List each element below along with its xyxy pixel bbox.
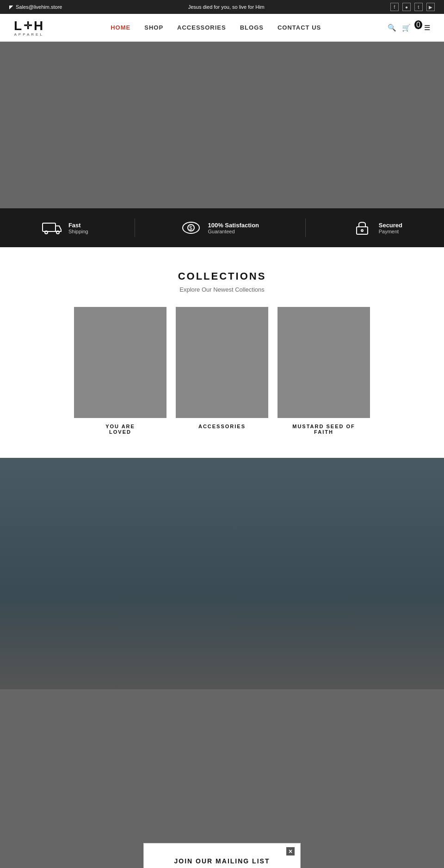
collection-item-1[interactable]: YOU ARELOVED (74, 307, 166, 435)
mailing-title: JOIN OUR MAILING LIST (162, 857, 282, 865)
nav-blogs[interactable]: BLOGS (240, 24, 264, 31)
truck-icon (42, 219, 62, 236)
mailing-popup: × JOIN OUR MAILING LIST (143, 843, 301, 868)
shipping-subtitle: Shipping (68, 229, 88, 234)
collection-item-2[interactable]: ACCESSORIES (176, 307, 268, 435)
nav-home[interactable]: HOME (111, 24, 130, 31)
nav-shop[interactable]: SHOP (144, 24, 163, 31)
feature-satisfaction: $ 100% Satisfaction Guaranteed (181, 219, 259, 236)
lock-icon (352, 219, 372, 236)
youtube-icon[interactable]: ▶ (426, 3, 435, 11)
header-icons: 🔍 🛒0 ☰ (388, 24, 430, 32)
twitter-icon[interactable]: t (414, 3, 423, 11)
svg-rect-0 (43, 223, 56, 231)
instagram-icon[interactable]: ● (402, 3, 411, 11)
shipping-title: Fast (68, 222, 88, 229)
collection-label-2: ACCESSORIES (176, 424, 268, 429)
announcement-email[interactable]: ◤ Sales@livehim.store (9, 4, 62, 10)
cart-icon[interactable]: 🛒0 (402, 24, 419, 32)
header: L✛H APPAREL HOME SHOP ACCESSORIES BLOGS … (0, 14, 444, 42)
features-bar: Fast Shipping $ 100% Satisfaction Guaran… (0, 208, 444, 247)
payment-subtitle: Payment (379, 229, 402, 234)
cross-icon: ✛ (24, 20, 33, 32)
search-icon[interactable]: 🔍 (388, 24, 396, 32)
hero-banner (0, 42, 444, 208)
feature-shipping: Fast Shipping (42, 219, 88, 236)
logo[interactable]: L✛H APPAREL (14, 19, 44, 37)
facebook-icon[interactable]: f (390, 3, 399, 11)
satisfaction-title: 100% Satisfaction (208, 222, 259, 229)
svg-rect-6 (357, 227, 368, 234)
collections-title: COLLECTIONS (18, 270, 426, 282)
collections-subtitle: Explore Our Newest Collections (18, 286, 426, 293)
svg-text:$: $ (189, 225, 192, 231)
cart-count: 0 (414, 20, 422, 29)
collection-image-3 (278, 307, 370, 418)
collections-section: COLLECTIONS Explore Our Newest Collectio… (0, 247, 444, 458)
logo-text: L✛H (14, 19, 44, 33)
payment-title: Secured (379, 222, 402, 229)
email-icon: ◤ (9, 4, 13, 10)
collection-item-3[interactable]: MUSTARD SEED OFFAITH (278, 307, 370, 435)
collection-image-1 (74, 307, 166, 418)
logo-subtitle: APPAREL (14, 32, 44, 37)
divider-2 (305, 219, 306, 237)
feature-payment: Secured Payment (352, 219, 402, 236)
nav-accessories[interactable]: ACCESSORIES (177, 24, 226, 31)
collection-label-1: YOU ARELOVED (74, 424, 166, 435)
gray-section: × JOIN OUR MAILING LIST (0, 689, 444, 868)
close-button[interactable]: × (286, 847, 295, 856)
social-icons[interactable]: f ● t ▶ (390, 3, 435, 11)
announcement-message: Jesus died for you, so live for Him (62, 4, 390, 10)
svg-point-2 (56, 231, 59, 234)
collections-grid: YOU ARELOVED ACCESSORIES MUSTARD SEED OF… (18, 307, 426, 435)
collection-image-2 (176, 307, 268, 418)
nav-contact[interactable]: CONTACT US (278, 24, 321, 31)
divider-1 (135, 219, 135, 237)
svg-point-7 (361, 230, 363, 231)
menu-icon[interactable]: ☰ (424, 24, 430, 32)
svg-point-1 (45, 231, 48, 234)
dark-feature-section (0, 458, 444, 689)
announcement-bar: ◤ Sales@livehim.store Jesus died for you… (0, 0, 444, 14)
collection-label-3: MUSTARD SEED OFFAITH (278, 424, 370, 435)
satisfaction-subtitle: Guaranteed (208, 229, 259, 234)
main-nav: HOME SHOP ACCESSORIES BLOGS CONTACT US (111, 24, 321, 31)
money-icon: $ (181, 219, 201, 236)
